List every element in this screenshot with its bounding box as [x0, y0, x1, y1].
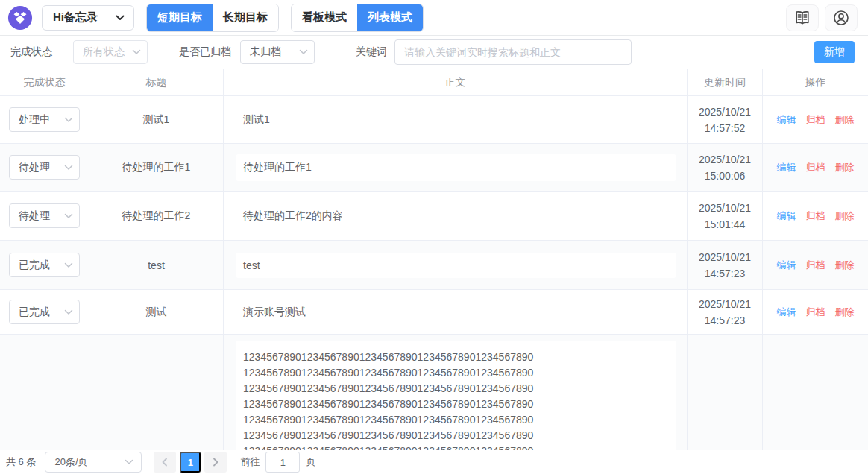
- row-content: 待处理的工作1: [236, 154, 676, 181]
- row-content: test: [236, 253, 676, 278]
- col-header-actions: 操作: [763, 69, 868, 95]
- edit-link[interactable]: 编辑: [777, 161, 796, 174]
- next-page-button[interactable]: [204, 452, 227, 473]
- delete-link[interactable]: 删除: [835, 161, 855, 174]
- row-status-value: 待处理: [19, 209, 50, 223]
- archive-link[interactable]: 归档: [806, 161, 825, 174]
- row-status-value: 待处理: [19, 161, 50, 174]
- chevron-down-icon: [299, 49, 308, 55]
- chevron-down-icon: [116, 15, 125, 21]
- delete-link[interactable]: 删除: [835, 209, 855, 223]
- chevron-down-icon: [64, 262, 73, 268]
- row-content: 待处理的工作2的内容: [236, 203, 676, 230]
- workspace-select-value: Hi备忘录: [53, 10, 98, 25]
- topbar: Hi备忘录 短期目标 长期目标 看板模式 列表模式: [0, 0, 868, 36]
- row-status-value: 处理中: [19, 113, 50, 127]
- workspace-select[interactable]: Hi备忘录: [42, 5, 134, 31]
- user-icon: [832, 9, 850, 27]
- chevron-left-icon: [161, 458, 169, 467]
- edit-link[interactable]: 编辑: [777, 306, 796, 319]
- goto-label: 前往: [240, 455, 260, 469]
- row-content: 演示账号测试: [236, 299, 676, 326]
- edit-link[interactable]: 编辑: [777, 259, 796, 272]
- table-row: 处理中 测试1 测试1 2025/10/2114:57:52 编辑归档删除: [0, 96, 868, 144]
- chevron-down-icon: [64, 309, 73, 315]
- archive-link[interactable]: 归档: [806, 113, 825, 127]
- add-button[interactable]: 新增: [814, 41, 855, 63]
- col-header-content: 正文: [224, 69, 688, 95]
- table-row: 已完成 test test 2025/10/2114:57:23 编辑归档删除: [0, 241, 868, 290]
- row-updated-time: 2025/10/2115:01:44: [688, 192, 763, 240]
- row-status-value: 已完成: [19, 306, 50, 319]
- row-updated-time: 2025/10/2114:57:52: [688, 96, 763, 143]
- chevron-down-icon: [125, 459, 133, 465]
- total-count-label: 共 6 条: [6, 455, 36, 469]
- tab-short-term-goals[interactable]: 短期目标: [147, 4, 213, 31]
- prev-page-button[interactable]: [154, 452, 176, 473]
- col-header-status: 完成状态: [0, 69, 89, 95]
- archive-link[interactable]: 归档: [806, 306, 825, 319]
- delete-link[interactable]: 删除: [835, 259, 855, 272]
- goto-page-input[interactable]: [265, 452, 300, 473]
- app-logo-icon: [7, 5, 33, 31]
- chevron-down-icon: [64, 165, 73, 171]
- chevron-down-icon: [132, 49, 141, 55]
- chevron-right-icon: [212, 458, 219, 467]
- account-button[interactable]: [825, 4, 858, 31]
- row-updated-time: 2025/10/2115:00:06: [688, 144, 763, 191]
- docs-button[interactable]: [786, 4, 819, 31]
- page-suffix-label: 页: [306, 455, 315, 469]
- filter-bar: 完成状态 所有状态 是否已归档 未归档 关键词 新增: [0, 36, 868, 69]
- row-status-select[interactable]: 已完成: [9, 253, 80, 277]
- memo-table: 完成状态 标题 正文 更新时间 操作 处理中 测试1 测试1 2025/10/2…: [0, 69, 868, 474]
- status-filter-label: 完成状态: [10, 45, 52, 59]
- table-row: 待处理 待处理的工作1 待处理的工作1 2025/10/2115:00:06 编…: [0, 144, 868, 192]
- chevron-down-icon: [64, 117, 73, 123]
- row-title: 待处理的工作2: [89, 192, 224, 240]
- archive-filter-select[interactable]: 未归档: [240, 40, 315, 64]
- row-status-select[interactable]: 已完成: [9, 300, 80, 324]
- topbar-actions: [786, 4, 858, 31]
- tab-list-mode[interactable]: 列表模式: [357, 4, 423, 31]
- archive-link[interactable]: 归档: [806, 209, 825, 223]
- archive-link[interactable]: 归档: [806, 259, 825, 272]
- col-header-title: 标题: [89, 69, 224, 95]
- page-size-value: 20条/页: [54, 455, 87, 469]
- archive-filter-label: 是否已归档: [179, 45, 231, 59]
- table-row: 待处理 待处理的工作2 待处理的工作2的内容 2025/10/2115:01:4…: [0, 192, 868, 241]
- row-title: 待处理的工作1: [89, 144, 224, 191]
- row-title: 测试1: [89, 96, 224, 143]
- row-title: test: [89, 241, 224, 289]
- table-header-row: 完成状态 标题 正文 更新时间 操作: [0, 69, 868, 96]
- col-header-updated: 更新时间: [688, 69, 763, 95]
- delete-link[interactable]: 删除: [835, 306, 855, 319]
- edit-link[interactable]: 编辑: [777, 113, 796, 127]
- goal-tab-group: 短期目标 长期目标: [146, 4, 279, 32]
- keyword-search-input[interactable]: [394, 40, 632, 65]
- row-title: 测试: [89, 290, 224, 334]
- mode-tab-group: 看板模式 列表模式: [291, 4, 424, 32]
- archive-filter-value: 未归档: [250, 45, 281, 59]
- row-updated-time: 2025/10/2114:57:23: [688, 290, 763, 334]
- app-window: Hi备忘录 短期目标 长期目标 看板模式 列表模式 完成状态 所有状态 是否已归…: [0, 0, 868, 474]
- table-row: 已完成 测试 演示账号测试 2025/10/2114:57:23 编辑归档删除: [0, 290, 868, 335]
- status-filter-select[interactable]: 所有状态: [73, 40, 148, 64]
- row-status-select[interactable]: 处理中: [9, 107, 80, 132]
- row-updated-time: 2025/10/2114:57:23: [688, 241, 763, 289]
- keyword-filter-label: 关键词: [356, 45, 387, 59]
- page-number-button[interactable]: 1: [180, 452, 201, 473]
- delete-link[interactable]: 删除: [835, 113, 855, 127]
- chevron-down-icon: [64, 213, 73, 219]
- tab-kanban-mode[interactable]: 看板模式: [292, 4, 357, 31]
- row-status-select[interactable]: 待处理: [9, 155, 80, 180]
- book-icon: [793, 9, 811, 27]
- page-size-select[interactable]: 20条/页: [45, 452, 142, 473]
- row-content: 测试1: [236, 107, 676, 133]
- pagination-bar: 共 6 条 20条/页 1 前往 页: [0, 450, 868, 474]
- edit-link[interactable]: 编辑: [777, 209, 796, 223]
- status-filter-value: 所有状态: [83, 45, 125, 59]
- row-status-select[interactable]: 待处理: [9, 203, 80, 228]
- tab-long-term-goals[interactable]: 长期目标: [213, 4, 278, 31]
- row-status-value: 已完成: [19, 259, 50, 272]
